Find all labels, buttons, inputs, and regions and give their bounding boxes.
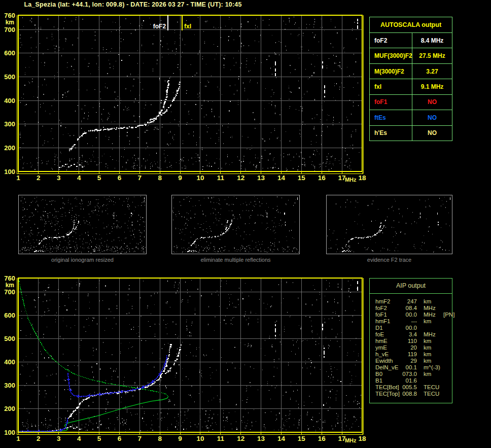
aip-val: 08.4: [401, 305, 417, 312]
svg-text:16: 16: [318, 174, 326, 182]
page-title: La_Spezia (lat: +44.1, lon: 009.8) - DAT…: [18, 1, 248, 8]
autoscala-row: foF28.4 MHz: [370, 33, 452, 48]
thumbnail-caption: evidence F2 trace: [326, 257, 452, 264]
autoscala-window: La_Spezia (lat: +44.1, lon: 009.8) - DAT…: [0, 0, 491, 448]
aip-extra: [439, 371, 452, 377]
aip-extra: [439, 318, 452, 325]
aip-row: foF208.4MHz: [375, 305, 452, 312]
parameter-value: NO: [412, 126, 452, 141]
svg-text:600: 600: [4, 312, 15, 319]
aip-val: 110: [401, 338, 417, 344]
aip-unit: MHz: [417, 331, 439, 338]
aip-unit: km: [417, 318, 439, 325]
aip-label: hmE: [375, 338, 401, 344]
svg-text:14: 14: [277, 174, 286, 182]
aip-unit: [417, 377, 439, 384]
aip-unit: m^(-3): [417, 364, 439, 371]
svg-text:1: 1: [16, 435, 20, 442]
aip-row: D100.0: [375, 325, 452, 331]
svg-text:km: km: [6, 19, 14, 26]
aip-val: 005.5: [401, 384, 417, 391]
aip-unit: MHz: [417, 305, 439, 312]
aip-row: hmE110km: [375, 338, 452, 344]
aip-unit: km: [417, 371, 439, 377]
aip-val: 29: [401, 358, 417, 364]
aip-extra: [439, 351, 452, 358]
parameter-label: MUF(3000)F2: [370, 48, 412, 63]
parameter-label: h'Es: [370, 126, 412, 141]
aip-label: B1: [375, 377, 401, 384]
autoscala-row: M(3000)F23.27: [370, 64, 452, 79]
aip-unit: km: [417, 298, 439, 305]
svg-text:13: 13: [257, 174, 265, 182]
aip-row: ymE20km: [375, 344, 452, 351]
aip-val: 00.0: [401, 325, 417, 331]
aip-unit: km: [417, 358, 439, 364]
svg-text:2: 2: [37, 435, 41, 442]
svg-text:km: km: [6, 282, 14, 289]
thumbnail-eliminate-reflections: [171, 195, 300, 254]
svg-text:18: 18: [358, 435, 366, 442]
aip-row: hmF2247km: [375, 298, 452, 305]
aip-extra: [439, 364, 452, 371]
svg-text:14: 14: [277, 435, 286, 442]
autoscala-table-rows: foF28.4 MHzMUF(3000)F227.5 MHzM(3000)F23…: [370, 33, 452, 141]
svg-text:MHz: MHz: [345, 437, 357, 443]
svg-text:foF2: foF2: [153, 23, 166, 30]
svg-text:MHz: MHz: [345, 177, 357, 183]
svg-text:8: 8: [158, 435, 162, 442]
svg-text:500: 500: [4, 335, 15, 342]
aip-val: ---: [401, 318, 417, 325]
parameter-value: NO: [412, 95, 452, 110]
aip-label: TEC[Bot]: [375, 384, 401, 391]
svg-text:9: 9: [178, 174, 182, 182]
aip-label: DelN_vE: [375, 364, 401, 371]
aip-row: h_vE119km: [375, 351, 452, 358]
aip-extra: [439, 344, 452, 351]
svg-text:11: 11: [217, 435, 225, 442]
aip-label: h_vE: [375, 351, 401, 358]
aip-val: 00.0: [401, 312, 417, 318]
aip-label: D1: [375, 325, 401, 331]
svg-text:500: 500: [4, 73, 15, 81]
svg-text:9: 9: [178, 435, 182, 442]
aip-extra: [439, 384, 452, 391]
aip-unit: km: [417, 351, 439, 358]
svg-text:3: 3: [57, 174, 61, 182]
svg-text:2: 2: [37, 174, 41, 182]
parameter-label: M(3000)F2: [370, 64, 412, 79]
aip-label: foF2: [375, 305, 401, 312]
autoscala-row: MUF(3000)F227.5 MHz: [370, 48, 452, 63]
aip-row: foE3.4MHz: [375, 331, 452, 338]
svg-text:12: 12: [237, 174, 244, 182]
parameter-label: foF2: [370, 33, 412, 48]
aip-val: 119: [401, 351, 417, 358]
aip-label: foE: [375, 331, 401, 338]
aip-val: 00.1: [401, 364, 417, 371]
aip-unit: TECU: [417, 391, 439, 397]
aip-table-rows: hmF2247kmfoF208.4MHzfoF100.0MHz[PN]hmF1-…: [370, 294, 452, 397]
svg-text:400: 400: [4, 358, 15, 366]
svg-text:16: 16: [318, 435, 326, 442]
aip-extra: [439, 391, 452, 397]
aip-extra: [PN]: [439, 312, 454, 318]
thumbnail-caption: eliminate multiple reflections: [171, 257, 300, 264]
aip-extra: [439, 358, 452, 364]
parameter-value: 27.5 MHz: [412, 48, 452, 63]
aip-unit: TECU: [417, 384, 439, 391]
aip-val: 20: [401, 344, 417, 351]
aip-extra: [439, 331, 452, 338]
aip-label: hmF1: [375, 318, 401, 325]
svg-text:7: 7: [138, 174, 142, 182]
svg-text:300: 300: [4, 382, 15, 389]
svg-text:700: 700: [4, 26, 15, 33]
svg-text:400: 400: [4, 97, 15, 105]
svg-text:18: 18: [358, 174, 366, 182]
svg-text:100: 100: [4, 168, 15, 176]
aip-label: Ewidth: [375, 358, 401, 364]
svg-text:5: 5: [97, 435, 101, 442]
parameter-value: 9.1 MHz: [412, 79, 452, 94]
svg-text:760: 760: [4, 12, 15, 19]
svg-text:600: 600: [4, 49, 15, 57]
parameter-label: fxI: [370, 79, 412, 94]
